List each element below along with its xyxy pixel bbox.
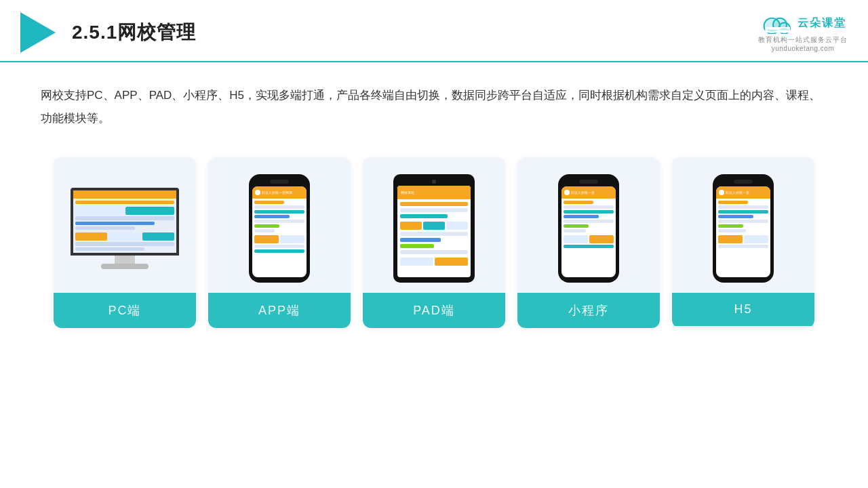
- card-pad-image: 网络课程: [363, 157, 505, 293]
- header: 2.5.1网校管理 云朵课堂 教育机构一站式服务云平台 yunduoketang…: [0, 0, 868, 62]
- card-app-label: APP端: [208, 293, 351, 328]
- card-pc-image: [54, 157, 196, 293]
- page-title: 2.5.1网校管理: [72, 20, 196, 45]
- brand-url: yunduoketang.com: [772, 45, 835, 52]
- card-pc-label: PC端: [54, 293, 196, 328]
- card-pad: 网络课程: [363, 157, 505, 328]
- card-miniprogram-image: 职达人的第一堂: [517, 157, 660, 293]
- card-h5: 职达人的第一堂: [672, 157, 814, 328]
- pad-tablet-icon: 网络课程: [393, 174, 475, 283]
- card-pc: PC端: [54, 157, 196, 328]
- app-phone-icon: 职达人的第一堂网课: [249, 174, 310, 283]
- cards-section: PC端 职达人的第一堂网课: [0, 144, 868, 348]
- brand-subtitle: 教育机构一站式服务云平台: [758, 35, 848, 45]
- cloud-icon: [760, 14, 793, 34]
- header-right: 云朵课堂 教育机构一站式服务云平台 yunduoketang.com: [758, 14, 848, 52]
- cloud-logo: 云朵课堂: [760, 14, 846, 34]
- h5-phone-icon: 职达人的第一堂: [713, 174, 774, 283]
- pc-monitor-icon: [71, 188, 179, 269]
- card-h5-label: H5: [672, 293, 814, 326]
- card-pad-label: PAD端: [363, 293, 505, 328]
- card-app-image: 职达人的第一堂网课: [208, 157, 351, 293]
- card-app: 职达人的第一堂网课: [208, 157, 351, 328]
- brand-name: 云朵课堂: [797, 16, 846, 30]
- description-text: 网校支持PC、APP、PAD、小程序、H5，实现多端打通，产品各终端自由切换，数…: [0, 62, 868, 144]
- card-miniprogram: 职达人的第一堂: [517, 157, 660, 328]
- card-miniprogram-label: 小程序: [517, 293, 660, 328]
- miniprogram-phone-icon: 职达人的第一堂: [558, 174, 619, 283]
- header-left: 2.5.1网校管理: [20, 12, 196, 53]
- logo-triangle-icon: [20, 12, 56, 53]
- description-content: 网校支持PC、APP、PAD、小程序、H5，实现多端打通，产品各终端自由切换，数…: [41, 89, 821, 125]
- card-h5-image: 职达人的第一堂: [672, 157, 814, 293]
